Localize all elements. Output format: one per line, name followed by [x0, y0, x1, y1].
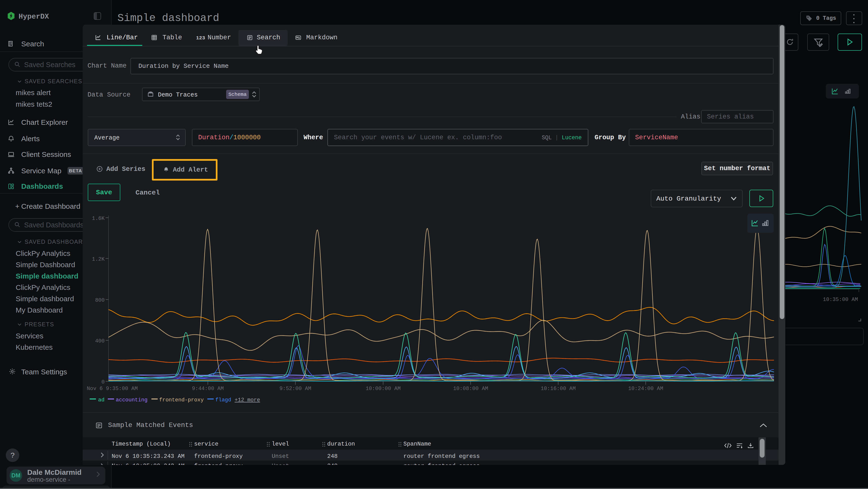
svg-text:10:16:00 AM: 10:16:00 AM	[540, 386, 576, 392]
svg-text:Nov 6 9:35:00 AM: Nov 6 9:35:00 AM	[87, 386, 138, 392]
svg-text:frontend-proxy: frontend-proxy	[159, 397, 204, 403]
svg-text:9:52:00 AM: 9:52:00 AM	[279, 386, 311, 392]
svg-text:9:44:00 AM: 9:44:00 AM	[192, 386, 224, 392]
svg-text:ad: ad	[98, 397, 104, 403]
svg-text:accounting: accounting	[116, 397, 148, 403]
svg-text:10:00:00 AM: 10:00:00 AM	[366, 386, 401, 392]
svg-text:1.6K: 1.6K	[92, 215, 105, 222]
svg-text:1.2K: 1.2K	[92, 256, 105, 262]
svg-text:10:24:00 AM: 10:24:00 AM	[628, 386, 663, 392]
svg-text:10:08:00 AM: 10:08:00 AM	[453, 386, 488, 392]
svg-text:flagd: flagd	[215, 397, 231, 403]
svg-text:+12 more: +12 more	[235, 397, 260, 403]
svg-text:400: 400	[95, 338, 105, 344]
svg-text:800: 800	[95, 297, 105, 304]
svg-text:0: 0	[101, 379, 105, 385]
